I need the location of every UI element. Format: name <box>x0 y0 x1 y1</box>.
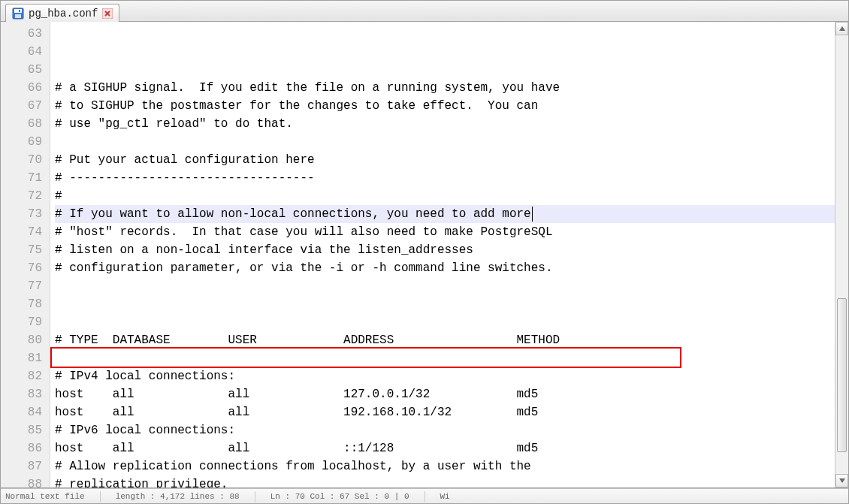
line-number: 70 <box>1 151 42 169</box>
code-line[interactable]: # replication privilege. <box>55 475 835 488</box>
line-number: 80 <box>1 331 42 349</box>
line-number: 73 <box>1 205 42 223</box>
line-number-gutter: 6364656667686970717273747576777879808182… <box>1 22 50 487</box>
editor: 6364656667686970717273747576777879808182… <box>1 22 848 488</box>
line-number: 63 <box>1 25 42 43</box>
status-filetype: Normal text file <box>5 492 85 501</box>
scroll-up-button[interactable] <box>835 22 848 35</box>
scroll-thumb[interactable] <box>837 298 847 451</box>
line-number: 74 <box>1 223 42 241</box>
code-line[interactable]: # If you want to allow non-local connect… <box>55 205 835 223</box>
line-number: 77 <box>1 277 42 295</box>
status-length: length : 4,172 lines : 88 <box>116 492 240 501</box>
save-disk-icon <box>12 8 24 20</box>
status-right: Wi <box>440 492 450 501</box>
svg-rect-2 <box>15 14 21 18</box>
line-number: 76 <box>1 259 42 277</box>
code-line[interactable]: # <box>55 187 835 205</box>
line-number: 83 <box>1 385 42 403</box>
code-line[interactable]: host all all ::1/128 md5 <box>55 439 835 457</box>
line-number: 78 <box>1 295 42 313</box>
status-bar: Normal text file length : 4,172 lines : … <box>1 488 848 503</box>
code-line[interactable]: # configuration parameter, or via the -i… <box>55 259 835 277</box>
code-line[interactable] <box>55 295 835 313</box>
tab-label: pg_hba.conf <box>29 8 98 20</box>
status-separator <box>255 491 255 502</box>
line-number: 72 <box>1 187 42 205</box>
code-line[interactable]: # Put your actual configuration here <box>55 151 835 169</box>
code-line[interactable]: host all all 192.168.10.1/32 md5 <box>55 403 835 421</box>
line-number: 71 <box>1 169 42 187</box>
line-number: 84 <box>1 403 42 421</box>
status-separator <box>100 491 101 502</box>
line-number: 88 <box>1 475 42 488</box>
scroll-down-button[interactable] <box>835 474 848 487</box>
line-number: 69 <box>1 133 42 151</box>
line-number: 87 <box>1 457 42 475</box>
code-line[interactable]: # IPv4 local connections: <box>55 367 835 385</box>
close-icon[interactable] <box>102 8 113 19</box>
code-line[interactable] <box>55 349 835 367</box>
code-line[interactable]: # TYPE DATABASE USER ADDRESS METHOD <box>55 331 835 349</box>
line-number: 81 <box>1 349 42 367</box>
code-line[interactable]: host all all 127.0.0.1/32 md5 <box>55 385 835 403</box>
code-line[interactable]: # ---------------------------------- <box>55 169 835 187</box>
line-number: 79 <box>1 313 42 331</box>
line-number: 68 <box>1 115 42 133</box>
svg-rect-3 <box>19 10 20 12</box>
code-line[interactable]: # a SIGHUP signal. If you edit the file … <box>55 79 835 97</box>
code-line[interactable] <box>55 277 835 295</box>
vertical-scrollbar[interactable] <box>835 22 848 487</box>
tab-bar: pg_hba.conf <box>1 1 848 22</box>
line-number: 75 <box>1 241 42 259</box>
code-line[interactable] <box>55 133 835 151</box>
line-number: 82 <box>1 367 42 385</box>
code-line[interactable]: # IPv6 local connections: <box>55 421 835 439</box>
line-number: 86 <box>1 439 42 457</box>
code-line[interactable]: # to SIGHUP the postmaster for the chang… <box>55 97 835 115</box>
code-area[interactable]: # a SIGHUP signal. If you edit the file … <box>50 22 835 487</box>
line-number: 65 <box>1 61 42 79</box>
code-line[interactable]: # "host" records. In that case you will … <box>55 223 835 241</box>
code-line[interactable]: # listen on a non-local interface via th… <box>55 241 835 259</box>
code-line[interactable] <box>55 313 835 331</box>
code-line[interactable]: # use "pg_ctl reload" to do that. <box>55 115 835 133</box>
app-window: pg_hba.conf 6364656667686970717273747576… <box>0 0 849 504</box>
svg-rect-1 <box>14 9 22 13</box>
line-number: 67 <box>1 97 42 115</box>
tab-pg-hba[interactable]: pg_hba.conf <box>5 4 119 22</box>
status-separator <box>424 491 425 502</box>
scroll-track[interactable] <box>835 35 848 474</box>
line-number: 85 <box>1 421 42 439</box>
status-position: Ln : 70 Col : 67 Sel : 0 | 0 <box>270 492 409 501</box>
line-number: 66 <box>1 79 42 97</box>
line-number: 64 <box>1 43 42 61</box>
text-caret <box>532 207 533 222</box>
code-line[interactable]: # Allow replication connections from loc… <box>55 457 835 475</box>
